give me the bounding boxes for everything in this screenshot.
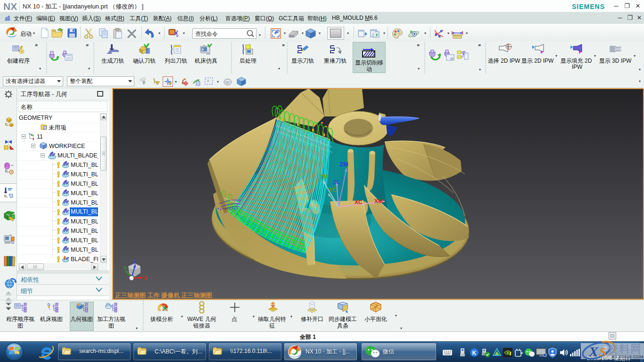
svg-text:Z: Z <box>133 259 136 264</box>
svg-text:z: z <box>31 133 32 136</box>
svg-text:YC: YC <box>329 187 337 193</box>
svg-text:XM: XM <box>374 198 383 205</box>
svg-text:K: K <box>472 350 477 356</box>
svg-text:Y: Y <box>124 265 127 271</box>
svg-text:X3 XS616 COM: X3 XS616 COM <box>611 354 644 359</box>
svg-text:x: x <box>33 138 34 140</box>
svg-text:XC: XC <box>355 199 363 206</box>
svg-text:X: X <box>588 344 599 359</box>
svg-text:ZM: ZM <box>339 161 348 168</box>
svg-text:资料网: 资料网 <box>608 343 642 355</box>
svg-text:YM: YM <box>320 173 328 180</box>
svg-text:正三轴测图 工作 摄像机 正三轴测图: 正三轴测图 工作 摄像机 正三轴测图 <box>115 292 212 299</box>
svg-text:S: S <box>599 345 606 359</box>
svg-text:y: y <box>33 134 34 137</box>
svg-text:ZC: ZC <box>333 179 340 186</box>
svg-text:X: X <box>144 275 148 281</box>
